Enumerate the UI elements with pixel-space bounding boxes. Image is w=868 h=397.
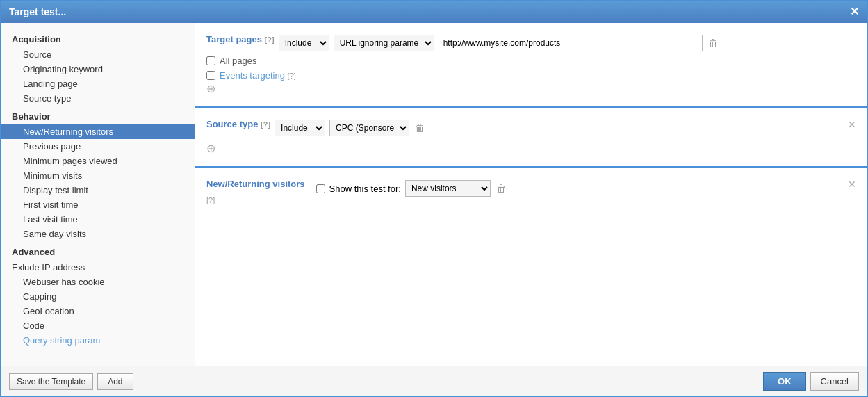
source-type-source-select[interactable]: CPC (Sponsore Organic Direct Referral So…: [329, 120, 409, 136]
ok-button[interactable]: OK: [763, 372, 806, 391]
sidebar-item-geolocation[interactable]: GeoLocation: [1, 304, 195, 318]
sidebar-item-previous-page[interactable]: Previous page: [1, 139, 195, 154]
dialog-titlebar: Target test... ✕: [1, 1, 867, 23]
new-returning-help[interactable]: [?]: [206, 196, 305, 204]
footer-right: OK Cancel: [763, 372, 859, 391]
sidebar-item-source-type[interactable]: Source type: [1, 91, 195, 106]
cancel-button[interactable]: Cancel: [810, 372, 859, 391]
sidebar-group-behavior: Behavior: [1, 108, 195, 124]
source-type-section: Source type [?] Include Exclude CPC (Spo…: [195, 108, 867, 168]
show-test-label[interactable]: Show this test for:: [329, 184, 401, 194]
sidebar-item-landing-page[interactable]: Landing page: [1, 76, 195, 91]
dialog-title: Target test...: [9, 6, 66, 17]
target-pages-controls: Target pages [?] Include Exclude URL ign…: [206, 34, 856, 51]
sidebar-item-last-visit-time[interactable]: Last visit time: [1, 212, 195, 227]
source-type-delete-btn[interactable]: 🗑: [413, 123, 426, 133]
target-pages-label: Target pages [?]: [206, 34, 275, 44]
sidebar-item-min-pages[interactable]: Minimum pages viewed: [1, 154, 195, 168]
sidebar-item-new-returning[interactable]: New/Returning visitors: [1, 124, 195, 139]
sidebar-item-first-visit-time[interactable]: First visit time: [1, 197, 195, 212]
new-returning-section: New/Returning visitors [?] Show this tes…: [195, 168, 867, 216]
source-type-label: Source type [?]: [206, 119, 270, 129]
events-targeting-checkbox[interactable]: [206, 71, 215, 80]
target-pages-help[interactable]: [?]: [265, 35, 275, 44]
new-returning-content: New/Returning visitors [?] Show this tes…: [206, 179, 848, 204]
target-pages-delete-btn[interactable]: 🗑: [707, 38, 719, 48]
target-pages-url-input[interactable]: [439, 35, 703, 51]
sidebar-item-capping[interactable]: Capping: [1, 289, 195, 304]
target-pages-add-btn[interactable]: ⊕: [206, 82, 215, 95]
show-test-checkbox[interactable]: [316, 184, 325, 193]
sidebar-item-source[interactable]: Source: [1, 47, 195, 62]
events-targeting-label[interactable]: Events targeting [?]: [220, 70, 296, 81]
source-type-close-btn[interactable]: ✕: [848, 119, 856, 130]
target-pages-match-select[interactable]: URL ignoring parame URL exact match URL …: [334, 35, 434, 51]
sidebar-item-display-test-limit[interactable]: Display test limit: [1, 183, 195, 197]
footer-left: Save the Template Add: [9, 373, 133, 390]
source-type-help[interactable]: [?]: [261, 120, 270, 129]
dialog-footer: Save the Template Add OK Cancel: [1, 366, 867, 396]
sidebar-item-webuser-cookie[interactable]: Webuser has cookie: [1, 275, 195, 289]
source-type-include-select[interactable]: Include Exclude: [275, 120, 325, 136]
sidebar-item-originating-keyword[interactable]: Originating keyword: [1, 62, 195, 76]
events-targeting-row: Events targeting [?]: [206, 70, 856, 81]
all-pages-label[interactable]: All pages: [220, 56, 256, 66]
sidebar-group-acquisition: Acquisition: [1, 31, 195, 47]
save-template-button[interactable]: Save the Template: [9, 373, 93, 390]
sidebar-item-code[interactable]: Code: [1, 318, 195, 333]
events-help[interactable]: [?]: [288, 72, 296, 80]
sidebar: Acquisition Source Originating keyword L…: [1, 23, 195, 366]
show-test-row: Show this test for: New visitors Returni…: [316, 180, 507, 197]
new-returning-label: New/Returning visitors: [206, 179, 305, 189]
close-button[interactable]: ✕: [850, 6, 859, 17]
all-pages-row: All pages: [206, 56, 856, 66]
target-pages-section: Target pages [?] Include Exclude URL ign…: [195, 23, 867, 108]
sidebar-group-advanced: Advanced: [1, 244, 195, 260]
target-pages-include-select[interactable]: Include Exclude: [279, 35, 329, 51]
source-type-controls: Source type [?] Include Exclude CPC (Spo…: [206, 119, 848, 136]
all-pages-checkbox[interactable]: [206, 56, 215, 65]
visitor-type-select[interactable]: New visitors Returning visitors All visi…: [405, 180, 491, 197]
sidebar-item-min-visits[interactable]: Minimum visits: [1, 168, 195, 183]
new-returning-top: New/Returning visitors [?] Show this tes…: [206, 179, 848, 204]
source-type-row: Source type [?] Include Exclude CPC (Spo…: [206, 119, 856, 155]
dialog-container: Target test... ✕ Acquisition Source Orig…: [0, 0, 868, 397]
sidebar-item-query-string[interactable]: Query string param: [1, 333, 195, 348]
source-type-add-btn[interactable]: ⊕: [206, 142, 215, 155]
new-returning-row: New/Returning visitors [?] Show this tes…: [206, 179, 856, 204]
add-button[interactable]: Add: [97, 373, 133, 390]
new-returning-delete-btn[interactable]: 🗑: [495, 184, 507, 193]
new-returning-close-btn[interactable]: ✕: [848, 179, 856, 190]
sidebar-item-exclude-ip[interactable]: Exlude IP address: [1, 260, 195, 275]
source-type-content: Source type [?] Include Exclude CPC (Spo…: [206, 119, 848, 155]
target-pages-content: Target pages [?] Include Exclude URL ign…: [206, 34, 856, 95]
target-pages-row: Target pages [?] Include Exclude URL ign…: [206, 34, 856, 95]
sidebar-item-same-day-visits[interactable]: Same day visits: [1, 227, 195, 241]
content-area: Target pages [?] Include Exclude URL ign…: [195, 23, 867, 366]
dialog-body: Acquisition Source Originating keyword L…: [1, 23, 867, 366]
